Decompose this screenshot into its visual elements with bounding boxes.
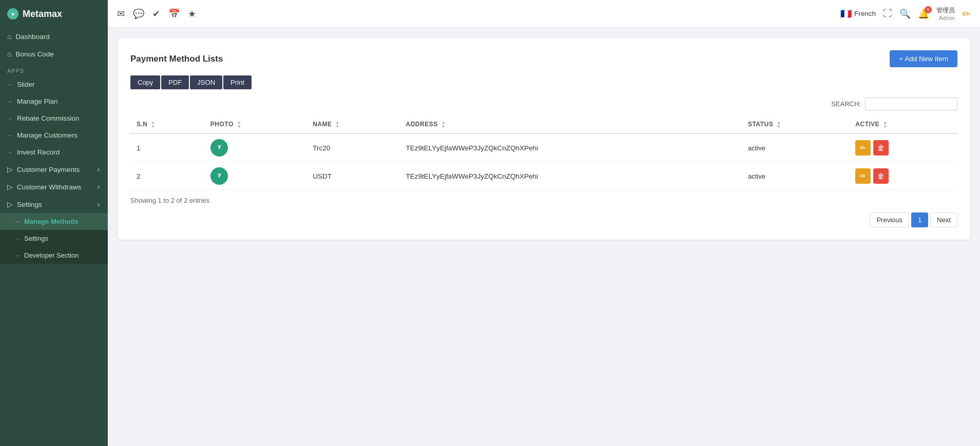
topbar: ✉ 💬 ✔ 📅 ★ 🇫🇷 French ⛶ 🔍 🔔 5 管理员 Admin ✏ <box>108 0 980 28</box>
sidebar-item-settings-sub[interactable]: → Settings <box>0 230 108 247</box>
page-1-button[interactable]: 1 <box>911 212 928 227</box>
edit-profile-icon[interactable]: ✏ <box>962 8 971 20</box>
payment-methods-table: S.N ▲▼ PHOTO ▲▼ NAME ▲▼ ADDRESS <box>130 117 957 190</box>
arrow-icon: → <box>14 219 20 225</box>
cell-status: active <box>742 162 849 190</box>
chat-icon[interactable]: 💬 <box>133 8 144 20</box>
edit-button[interactable]: ✏ <box>855 168 871 184</box>
sidebar-item-dashboard[interactable]: ⌂ Dashboard <box>0 28 108 45</box>
cell-address: TEz9tELYyEjfaWWeP3JyZQkCnZQhXPehi <box>399 162 741 190</box>
notification-bell-icon[interactable]: 🔔 5 <box>918 8 929 20</box>
tether-logo: ₮ <box>210 167 228 185</box>
table-row: 1 ₮ Trc20 TEz9tELYyEjfaWWeP3JyZQkCnZQhXP… <box>130 133 957 162</box>
json-button[interactable]: JSON <box>190 75 222 89</box>
admin-role: Admin <box>939 15 955 21</box>
payment-method-card: Payment Method Lists + Add New Item Copy… <box>118 38 970 240</box>
svg-text:₮: ₮ <box>218 145 221 150</box>
cell-actions: ✏ 🗑 <box>849 162 957 190</box>
admin-name: 管理员 <box>936 6 955 15</box>
print-button[interactable]: Print <box>223 75 252 89</box>
cell-sn: 1 <box>130 133 204 162</box>
sidebar-item-manage-methods[interactable]: → Manage Methods <box>0 213 108 230</box>
col-name: NAME ▲▼ <box>306 117 399 133</box>
admin-info: 管理员 Admin <box>936 6 955 21</box>
sidebar-item-label: Manage Methods <box>24 218 78 225</box>
cell-name: Trc20 <box>306 133 399 162</box>
sidebar-item-slider[interactable]: → Slider <box>0 76 108 93</box>
sidebar-item-label: Rebate Commission <box>17 114 80 122</box>
sidebar-group-customer-withdraws[interactable]: ▷ Customer Withdraws ∧ <box>0 178 108 196</box>
delete-button[interactable]: 🗑 <box>873 168 889 184</box>
edit-button[interactable]: ✏ <box>855 140 871 156</box>
sidebar-item-label: Developer Section <box>24 251 79 259</box>
cell-sn: 2 <box>130 162 204 190</box>
search-icon[interactable]: 🔍 <box>899 8 911 20</box>
sidebar-group-customer-payments[interactable]: ▷ Customer Payments ∧ <box>0 161 108 178</box>
arrow-icon: → <box>14 236 20 242</box>
main-area: ✉ 💬 ✔ 📅 ★ 🇫🇷 French ⛶ 🔍 🔔 5 管理员 Admin ✏ <box>108 0 980 446</box>
next-button[interactable]: Next <box>930 212 957 227</box>
content-area: Payment Method Lists + Add New Item Copy… <box>108 28 980 446</box>
copy-button[interactable]: Copy <box>130 75 160 89</box>
col-address: ADDRESS ▲▼ <box>399 117 741 133</box>
topbar-left-icons: ✉ 💬 ✔ 📅 ★ <box>117 8 196 20</box>
language-selector[interactable]: 🇫🇷 French <box>840 8 876 20</box>
sidebar-item-bonus-code[interactable]: ⌂ Bonus Code <box>0 45 108 63</box>
sidebar-item-label: Customer Payments <box>17 166 80 173</box>
chevron-icon: ∨ <box>97 201 101 208</box>
pdf-button[interactable]: PDF <box>161 75 189 89</box>
arrow-icon: → <box>7 132 13 139</box>
sort-arrows-address: ▲▼ <box>441 121 446 129</box>
table-header: S.N ▲▼ PHOTO ▲▼ NAME ▲▼ ADDRESS <box>130 117 957 133</box>
arrow-icon: → <box>7 115 13 122</box>
sidebar: ● Metamax ⌂ Dashboard ⌂ Bonus Code APPS … <box>0 0 108 446</box>
sidebar-item-label: Manage Customers <box>17 131 78 139</box>
language-label: French <box>854 10 876 17</box>
sidebar-item-rebate-commission[interactable]: → Rebate Commission <box>0 110 108 127</box>
sidebar-item-label: Settings <box>17 201 42 208</box>
sort-arrows-name: ▲▼ <box>335 121 339 129</box>
previous-button[interactable]: Previous <box>870 212 909 227</box>
chevron-icon: ∧ <box>97 184 101 190</box>
check-icon[interactable]: ✔ <box>152 8 160 20</box>
card-header: Payment Method Lists + Add New Item <box>130 50 957 67</box>
sidebar-item-invest-record[interactable]: → Invest Record <box>0 144 108 161</box>
settings-submenu: → Manage Methods → Settings → Developer … <box>0 213 108 264</box>
mail-icon[interactable]: ✉ <box>117 8 125 20</box>
topbar-right: 🇫🇷 French ⛶ 🔍 🔔 5 管理员 Admin ✏ <box>840 6 971 21</box>
col-status: STATUS ▲▼ <box>742 117 849 133</box>
app-name: Metamax <box>23 9 62 20</box>
sidebar-group-settings[interactable]: ▷ Settings ∨ <box>0 196 108 213</box>
search-input[interactable] <box>865 98 957 110</box>
triangle-icon: ▷ <box>7 165 13 173</box>
sidebar-item-label: Settings <box>24 235 48 242</box>
logo-icon: ● <box>7 8 18 20</box>
star-icon[interactable]: ★ <box>188 8 196 20</box>
sort-arrows-photo: ▲▼ <box>237 121 241 129</box>
fullscreen-icon[interactable]: ⛶ <box>883 8 892 19</box>
sidebar-item-manage-plan[interactable]: → Manage Plan <box>0 93 108 110</box>
sort-arrows-status: ▲▼ <box>777 121 781 129</box>
toolbar-buttons: Copy PDF JSON Print <box>130 75 957 89</box>
sort-arrows-active: ▲▼ <box>883 121 887 129</box>
sidebar-item-label: Dashboard <box>15 33 49 41</box>
delete-button[interactable]: 🗑 <box>873 140 889 156</box>
calendar-icon[interactable]: 📅 <box>168 8 180 20</box>
apps-section-label: APPS <box>0 63 108 76</box>
col-sn: S.N ▲▼ <box>130 117 204 133</box>
triangle-icon: ▷ <box>7 200 13 208</box>
sidebar-item-label: Bonus Code <box>15 50 53 58</box>
sidebar-item-label: Slider <box>17 81 35 88</box>
arrow-icon: → <box>7 149 13 156</box>
svg-text:₮: ₮ <box>218 173 221 179</box>
col-photo: PHOTO ▲▼ <box>204 117 306 133</box>
tether-logo: ₮ <box>210 139 228 157</box>
table-body: 1 ₮ Trc20 TEz9tELYyEjfaWWeP3JyZQkCnZQhXP… <box>130 133 957 190</box>
logo: ● Metamax <box>0 0 108 28</box>
add-new-button[interactable]: + Add New Item <box>890 50 957 67</box>
arrow-icon: → <box>7 82 13 88</box>
search-bar: SEARCH: <box>130 98 957 110</box>
sidebar-item-developer-section[interactable]: → Developer Section <box>0 247 108 264</box>
col-active: ACTIVE ▲▼ <box>849 117 957 133</box>
sidebar-item-manage-customers[interactable]: → Manage Customers <box>0 127 108 144</box>
